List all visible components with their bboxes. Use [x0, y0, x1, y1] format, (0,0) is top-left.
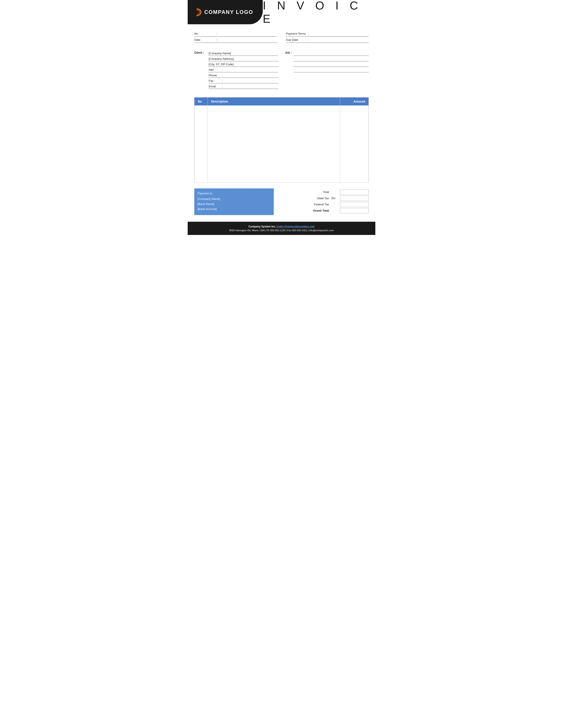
job-block: Job :: [285, 51, 369, 91]
state-tax-row: State Tax 3%: [280, 196, 369, 201]
client-label: Client :: [194, 51, 209, 54]
job-fields: [294, 51, 369, 73]
fax-row: Fax :: [209, 79, 278, 83]
client-content: [Company Name] [Company Address] [City, …: [209, 51, 278, 90]
client-header: Client : [Company Name] [Company Address…: [194, 51, 278, 90]
client-company-address: [Company Address]: [209, 56, 278, 61]
col-no-header: No: [194, 98, 208, 106]
attn-row: Attn :: [209, 68, 278, 72]
date-label: Date: [194, 38, 216, 41]
footer-link[interactable]: http://freewordtemplates.net/: [278, 225, 315, 228]
logo-block: COMPANY LOGO: [188, 0, 263, 24]
job-field-1: [294, 51, 369, 56]
page-header: COMPANY LOGO I N V O I C E: [188, 0, 375, 24]
info-section: No : Date : Payment Terms : Due Date :: [188, 29, 375, 45]
footer-line1: Company System Inc. | http://freewordtem…: [191, 225, 372, 228]
email-row: Email :: [209, 84, 278, 89]
total-row: Total: [280, 190, 369, 195]
footer-line2: 8030 Harrington Rd, Miami, USA | Ph 555-…: [191, 229, 372, 232]
client-company-name: [Company Name]: [209, 51, 278, 56]
total-value-box[interactable]: [340, 190, 369, 195]
total-label: Total: [307, 190, 329, 194]
info-left-col: No : Date :: [194, 31, 277, 43]
client-block: Client : [Company Name] [Company Address…: [194, 51, 278, 91]
payment-bank: [Bank Name]: [197, 201, 270, 206]
col-description-header: Description: [208, 98, 340, 106]
info-grid: No : Date : Payment Terms : Due Date :: [194, 31, 369, 43]
logo-text: COMPANY LOGO: [192, 7, 253, 17]
payment-block: Payment to : [Company Name] [Bank Name] …: [194, 188, 274, 215]
payment-company: [Company Name]: [197, 196, 270, 201]
fax-label: Fax: [209, 79, 222, 83]
due-date-colon: :: [308, 38, 309, 41]
footer-company: Company System Inc. |: [248, 225, 278, 228]
due-date-label: Due Date: [286, 38, 308, 41]
federal-tax-row: Federal Tax: [280, 202, 369, 207]
table-header: No Description Amount: [194, 98, 369, 106]
payment-detail: [Company Name] [Bank Name] [Bank Account…: [197, 196, 270, 212]
no-row: No :: [194, 31, 277, 37]
payment-title: Payment to :: [197, 192, 270, 195]
invoice-title: I N V O I C E: [263, 0, 369, 25]
totals-block: Total State Tax 3% Federal Tax Grand Tot…: [280, 188, 369, 213]
attn-label: Attn: [209, 68, 222, 71]
table-header-row: No Description Amount: [194, 98, 369, 106]
due-date-row: Due Date :: [286, 37, 369, 43]
state-tax-value-box[interactable]: [340, 196, 369, 201]
grand-total-row: Grand Total: [280, 208, 369, 213]
email-label: Email: [209, 85, 222, 88]
payment-terms-label: Payment Terms: [286, 32, 308, 35]
row-description: [208, 105, 340, 183]
client-city: [City, ST, ZIP Code]: [209, 62, 278, 67]
col-amount-header: Amount: [340, 98, 369, 106]
job-label: Job :: [285, 51, 292, 54]
no-colon: :: [216, 32, 217, 35]
invoice-table: No Description Amount: [194, 97, 369, 183]
job-field-4: [294, 68, 369, 72]
state-tax-label: State Tax: [307, 197, 329, 200]
phone-colon: :: [222, 74, 223, 77]
invoice-title-block: I N V O I C E: [263, 0, 375, 24]
footer-section: Payment to : [Company Name] [Bank Name] …: [188, 186, 375, 217]
logo-icon: [192, 7, 202, 17]
job-field-3: [294, 62, 369, 67]
date-colon: :: [216, 38, 217, 41]
logo-label: COMPANY LOGO: [204, 9, 253, 15]
table-body: [194, 105, 369, 183]
job-header: Job :: [285, 51, 369, 73]
table-row: [194, 105, 369, 183]
phone-row: Phone :: [209, 73, 278, 78]
payment-terms-row: Payment Terms :: [286, 31, 369, 37]
row-amount: [340, 105, 369, 183]
grand-total-value-box[interactable]: [340, 208, 369, 213]
no-label: No: [194, 32, 216, 35]
phone-label: Phone: [209, 74, 222, 77]
row-no: [194, 105, 208, 183]
client-job-section: Client : [Company Name] [Company Address…: [188, 48, 375, 94]
email-colon: :: [222, 85, 223, 88]
job-field-2: [294, 56, 369, 61]
info-right-col: Payment Terms : Due Date :: [286, 31, 369, 43]
page-footer: Company System Inc. | http://freewordtem…: [188, 222, 375, 235]
federal-tax-value-box[interactable]: [340, 202, 369, 207]
state-tax-percent: 3%: [331, 197, 338, 200]
attn-colon: :: [222, 68, 223, 71]
date-row: Date :: [194, 37, 277, 43]
fax-colon: :: [222, 79, 223, 83]
grand-total-label: Grand Total: [307, 209, 329, 212]
payment-terms-colon: :: [308, 32, 309, 35]
payment-account: [Bank Account]: [197, 206, 270, 212]
federal-tax-label: Federal Tax: [307, 203, 329, 206]
